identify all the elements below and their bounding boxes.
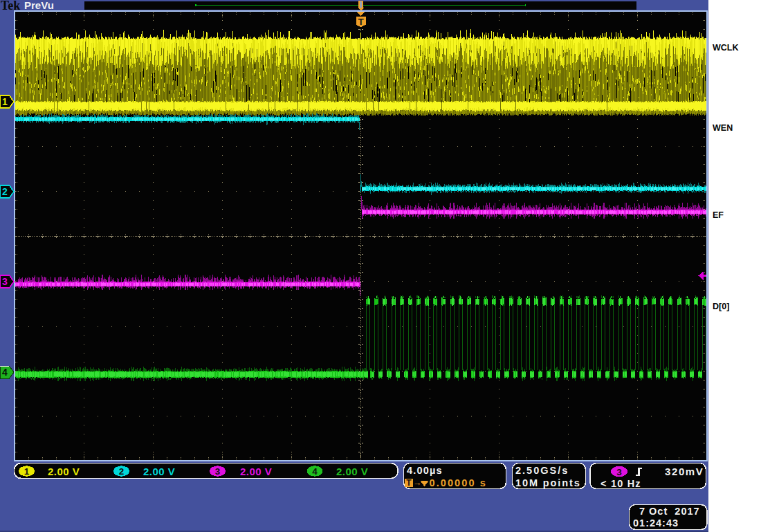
svg-text:01:24:43: 01:24:43 [633, 517, 679, 529]
svg-text:EF: EF [713, 210, 724, 220]
svg-text:4.00µs: 4.00µs [407, 465, 443, 476]
svg-text:2.00 V: 2.00 V [336, 466, 368, 477]
svg-text:7 Oct 2017: 7 Oct 2017 [639, 506, 700, 517]
svg-text:3: 3 [616, 467, 622, 477]
svg-text:1: 1 [24, 466, 30, 477]
svg-text:3: 3 [2, 276, 8, 287]
svg-text:PreVu: PreVu [24, 0, 54, 11]
svg-text:2.00 V: 2.00 V [48, 466, 80, 477]
svg-text:2.50GS/s: 2.50GS/s [515, 465, 569, 476]
svg-text:4: 4 [2, 367, 8, 378]
svg-text:WCLK: WCLK [713, 43, 739, 53]
svg-text:2.00 V: 2.00 V [143, 466, 175, 477]
svg-text:D[0]: D[0] [713, 302, 729, 311]
svg-text:→: → [413, 478, 422, 488]
svg-text:WEN: WEN [713, 123, 733, 133]
svg-text:320mV: 320mV [665, 466, 704, 477]
svg-text:4: 4 [312, 466, 318, 477]
svg-text:T: T [406, 478, 412, 488]
svg-text:10M points: 10M points [515, 477, 581, 488]
svg-text:0.00000 s: 0.00000 s [430, 477, 487, 488]
svg-text:2: 2 [119, 466, 125, 477]
svg-text:1: 1 [2, 96, 8, 107]
svg-text:2: 2 [2, 186, 8, 197]
svg-text:Tek: Tek [1, 0, 20, 12]
svg-text:3: 3 [215, 466, 221, 477]
svg-text:< 10 Hz: < 10 Hz [600, 478, 641, 489]
svg-text:T: T [358, 17, 365, 27]
svg-text:2.00 V: 2.00 V [240, 466, 272, 477]
